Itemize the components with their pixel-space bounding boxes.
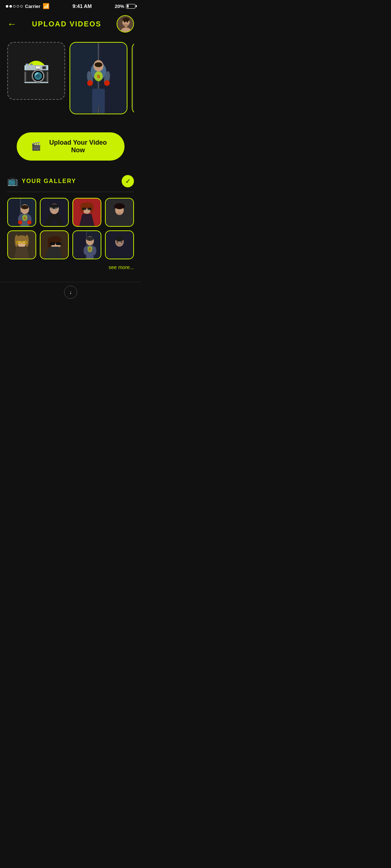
svg-text:S: S <box>24 216 26 220</box>
signal-dot-3 <box>13 5 16 8</box>
svg-point-3 <box>122 17 130 22</box>
svg-point-95 <box>115 237 123 242</box>
svg-text:S: S <box>97 74 100 79</box>
svg-rect-53 <box>88 208 92 210</box>
gallery-item-2[interactable] <box>40 198 69 227</box>
svg-rect-79 <box>56 242 61 245</box>
svg-point-15 <box>87 80 93 86</box>
upload-now-button[interactable]: 🎬 Upload Your Video Now <box>17 132 125 161</box>
status-left: Carrier 📶 <box>6 3 50 9</box>
battery-percent: 20% <box>115 4 124 9</box>
svg-point-98 <box>121 241 122 243</box>
camera-background-icon: 📷 <box>23 58 50 84</box>
svg-point-5 <box>127 21 128 23</box>
upload-button-section: 🎬 Upload Your Video Now <box>0 122 141 168</box>
svg-rect-71 <box>17 241 21 244</box>
gallery-item-7[interactable]: S <box>72 230 101 259</box>
svg-point-63 <box>117 213 122 215</box>
svg-point-87 <box>86 237 93 241</box>
add-video-box[interactable]: 📷 + <box>7 42 65 100</box>
svg-rect-96 <box>115 247 124 259</box>
svg-point-32 <box>21 205 28 209</box>
svg-rect-78 <box>50 242 55 245</box>
svg-point-59 <box>116 204 119 207</box>
status-bar: Carrier 📶 9:41 AM 20% <box>0 0 141 11</box>
gallery-title: YOUR GALLERY <box>22 178 118 184</box>
gallery-item-5[interactable] <box>7 230 36 259</box>
svg-point-51 <box>90 203 93 213</box>
gallery-item-4[interactable] <box>105 198 134 227</box>
video-scroll-area: 📷 + S <box>7 42 134 114</box>
svg-point-91 <box>84 246 88 255</box>
svg-rect-21 <box>133 44 134 112</box>
tv-icon: 📺 <box>7 176 18 186</box>
avatar[interactable] <box>117 15 134 33</box>
svg-rect-72 <box>23 241 27 244</box>
signal-dot-4 <box>17 5 19 8</box>
svg-point-38 <box>18 220 22 225</box>
gallery-section: 📺 YOUR GALLERY ✓ S <box>0 168 141 280</box>
svg-point-16 <box>104 80 110 86</box>
svg-point-17 <box>94 62 102 67</box>
video-thumbnail-2[interactable] <box>132 42 134 114</box>
back-button[interactable]: ← <box>7 18 17 30</box>
gallery-item-3[interactable] <box>72 198 101 227</box>
signal-dot-2 <box>9 5 12 8</box>
gallery-grid: S <box>7 192 134 263</box>
signal-dot-5 <box>20 5 23 8</box>
carrier-label: Carrier <box>25 4 41 9</box>
svg-rect-20 <box>100 98 105 114</box>
header: ← UPLOAD VIDEOS <box>0 11 141 38</box>
gallery-header: 📺 YOUR GALLERY ✓ <box>7 175 134 192</box>
status-time: 9:41 AM <box>72 3 92 9</box>
signal-dots <box>6 5 23 8</box>
scroll-down-indicator[interactable]: ↓ <box>64 286 77 299</box>
svg-point-61 <box>122 205 125 208</box>
gallery-check-icon: ✓ <box>122 175 134 187</box>
svg-point-97 <box>117 241 118 243</box>
svg-rect-62 <box>115 215 124 226</box>
upload-section: 📷 + S <box>0 38 141 122</box>
status-right: 20% <box>115 4 135 9</box>
video-camera-icon: 🎬 <box>31 142 41 151</box>
page-title: UPLOAD VIDEOS <box>32 20 101 28</box>
gallery-item-1[interactable]: S <box>7 198 36 227</box>
see-more-link[interactable]: see more... <box>7 263 134 276</box>
wifi-icon: 📶 <box>43 3 50 9</box>
svg-point-67 <box>15 235 18 247</box>
svg-text:S: S <box>89 247 91 251</box>
svg-point-4 <box>124 21 125 23</box>
svg-point-92 <box>92 246 96 255</box>
upload-button-label: Upload Your Video Now <box>46 139 110 154</box>
signal-dot-1 <box>6 5 8 8</box>
gallery-item-6[interactable] <box>40 230 69 259</box>
svg-point-39 <box>27 220 31 225</box>
svg-point-50 <box>80 203 84 213</box>
bottom-indicator: ↓ <box>0 282 141 305</box>
avatar-image <box>117 16 133 32</box>
svg-rect-52 <box>82 208 86 210</box>
battery-fill <box>127 5 129 8</box>
svg-point-68 <box>25 235 29 247</box>
svg-rect-84 <box>73 231 87 259</box>
svg-rect-19 <box>92 98 97 114</box>
gallery-item-8[interactable] <box>105 230 134 259</box>
video-thumbnail-1[interactable]: S <box>70 42 127 114</box>
battery-icon <box>126 4 135 9</box>
